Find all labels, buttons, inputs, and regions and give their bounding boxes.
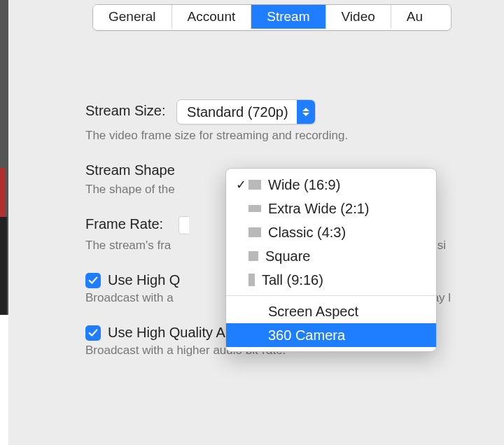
tab-stream[interactable]: Stream	[251, 5, 326, 29]
menu-item-square[interactable]: Square	[226, 244, 436, 268]
ratio-icon	[248, 274, 255, 286]
menu-item-extra-wide[interactable]: Extra Wide (2:1)	[226, 197, 436, 220]
hq-video-label: Use High Q	[108, 272, 180, 288]
menu-item-tall[interactable]: Tall (9:16)	[226, 268, 436, 292]
stream-size-help: The video frame size for streaming and r…	[85, 129, 504, 143]
stream-shape-label: Stream Shape	[85, 162, 175, 178]
frame-rate-popup[interactable]	[178, 216, 189, 234]
prefs-tabs: General Account Stream Video Au	[92, 4, 451, 31]
stream-size-value: Standard (720p)	[187, 104, 297, 120]
hq-video-checkbox[interactable]	[85, 273, 101, 288]
checkmark-icon: ✓	[233, 177, 248, 192]
stream-shape-menu: ✓ Wide (16:9) Extra Wide (2:1) Classic (…	[225, 168, 437, 352]
menu-item-360-camera[interactable]: 360 Camera	[226, 323, 436, 347]
menu-separator	[226, 295, 436, 296]
ratio-icon	[248, 205, 261, 212]
preferences-panel: General Account Stream Video Au Stream S…	[8, 0, 504, 445]
ratio-icon	[248, 251, 258, 261]
tab-audio[interactable]: Au	[391, 5, 451, 29]
tab-video[interactable]: Video	[326, 5, 391, 29]
updown-icon	[297, 100, 315, 124]
menu-item-classic[interactable]: Classic (4:3)	[226, 220, 436, 244]
frame-rate-label: Frame Rate:	[85, 216, 163, 232]
stream-size-popup[interactable]: Standard (720p)	[176, 99, 316, 125]
ratio-icon	[248, 180, 261, 190]
tab-general[interactable]: General	[93, 5, 172, 29]
hq-audio-checkbox[interactable]	[85, 325, 101, 341]
check-icon	[88, 276, 98, 285]
stream-size-label: Stream Size:	[85, 103, 165, 119]
menu-item-wide[interactable]: ✓ Wide (16:9)	[226, 173, 436, 197]
background-sliver	[0, 0, 8, 445]
check-icon	[88, 328, 98, 338]
tab-account[interactable]: Account	[172, 5, 252, 29]
ratio-icon	[248, 227, 261, 237]
menu-item-screen-aspect[interactable]: Screen Aspect	[226, 299, 436, 323]
